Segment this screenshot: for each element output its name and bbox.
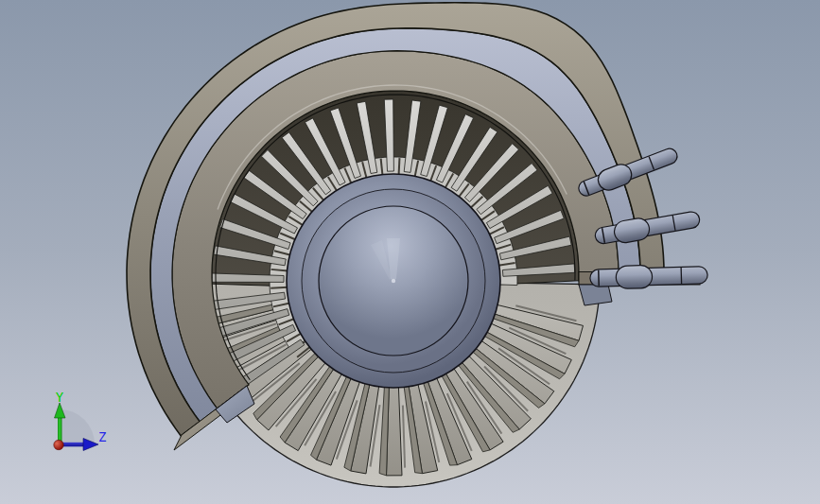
cad-viewport[interactable]: Y Z: [0, 0, 820, 504]
y-axis-label: Y: [56, 390, 64, 405]
pipe-collar: [609, 175, 621, 180]
vane-root-gap: [399, 158, 400, 175]
viewport-canvas[interactable]: Y Z: [0, 0, 820, 504]
cone-apex-point: [392, 279, 395, 283]
vane-root-gap: [270, 287, 288, 288]
x-axis-origin-dot: [54, 440, 63, 449]
pipe-collar: [625, 230, 638, 232]
right-cut-face-accent: [579, 285, 612, 305]
z-axis-label: Z: [98, 429, 106, 444]
